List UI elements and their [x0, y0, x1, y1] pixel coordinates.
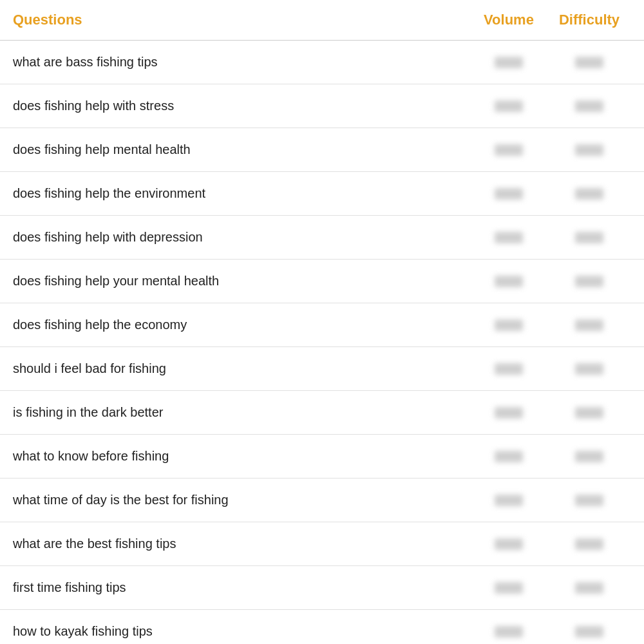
volume-value: [495, 626, 523, 638]
row-question: is fishing in the dark better: [13, 405, 470, 420]
row-volume: [470, 538, 547, 550]
row-difficulty: [547, 538, 631, 550]
row-difficulty: [547, 582, 631, 594]
difficulty-value: [575, 276, 603, 287]
row-volume: [470, 582, 547, 594]
row-difficulty: [547, 276, 631, 287]
difficulty-value: [575, 538, 603, 550]
row-volume: [470, 144, 547, 156]
table-row: first time fishing tips: [0, 566, 644, 610]
difficulty-value: [575, 144, 603, 156]
row-volume: [470, 57, 547, 68]
header-difficulty: Difficulty: [547, 12, 631, 28]
volume-value: [495, 495, 523, 506]
difficulty-value: [575, 100, 603, 112]
row-volume: [470, 188, 547, 200]
volume-value: [495, 582, 523, 594]
volume-value: [495, 363, 523, 375]
volume-value: [495, 538, 523, 550]
difficulty-value: [575, 582, 603, 594]
volume-value: [495, 188, 523, 200]
row-difficulty: [547, 144, 631, 156]
table-row: does fishing help the environment: [0, 172, 644, 216]
table-row: does fishing help mental health: [0, 128, 644, 172]
row-volume: [470, 451, 547, 462]
row-volume: [470, 276, 547, 287]
row-volume: [470, 232, 547, 243]
table-body: what are bass fishing tips does fishing …: [0, 41, 644, 644]
table-row: does fishing help your mental health: [0, 260, 644, 303]
row-difficulty: [547, 626, 631, 638]
row-question: should i feel bad for fishing: [13, 361, 470, 376]
difficulty-value: [575, 319, 603, 331]
row-volume: [470, 319, 547, 331]
table-row: is fishing in the dark better: [0, 391, 644, 435]
header-questions: Questions: [13, 12, 470, 28]
row-question: does fishing help your mental health: [13, 274, 470, 289]
table-row: what time of day is the best for fishing: [0, 478, 644, 522]
row-question: what time of day is the best for fishing: [13, 493, 470, 507]
table-row: does fishing help with stress: [0, 84, 644, 128]
difficulty-value: [575, 495, 603, 506]
questions-table: Questions Volume Difficulty what are bas…: [0, 0, 644, 644]
difficulty-value: [575, 407, 603, 419]
volume-value: [495, 57, 523, 68]
row-question: does fishing help the environment: [13, 186, 470, 201]
table-row: should i feel bad for fishing: [0, 347, 644, 391]
row-volume: [470, 626, 547, 638]
row-volume: [470, 100, 547, 112]
row-difficulty: [547, 319, 631, 331]
difficulty-value: [575, 451, 603, 462]
row-volume: [470, 407, 547, 419]
difficulty-value: [575, 232, 603, 243]
difficulty-value: [575, 626, 603, 638]
row-question: does fishing help mental health: [13, 142, 470, 157]
difficulty-value: [575, 363, 603, 375]
row-question: what are the best fishing tips: [13, 536, 470, 551]
row-difficulty: [547, 495, 631, 506]
volume-value: [495, 276, 523, 287]
row-question: what are bass fishing tips: [13, 55, 470, 70]
row-question: what to know before fishing: [13, 449, 470, 464]
row-volume: [470, 363, 547, 375]
table-row: what to know before fishing: [0, 435, 644, 478]
table-row: does fishing help the economy: [0, 303, 644, 347]
table-row: what are the best fishing tips: [0, 522, 644, 566]
volume-value: [495, 100, 523, 112]
row-difficulty: [547, 188, 631, 200]
row-difficulty: [547, 451, 631, 462]
row-difficulty: [547, 100, 631, 112]
volume-value: [495, 451, 523, 462]
table-row: how to kayak fishing tips: [0, 610, 644, 644]
volume-value: [495, 319, 523, 331]
volume-value: [495, 144, 523, 156]
row-difficulty: [547, 407, 631, 419]
difficulty-value: [575, 188, 603, 200]
header-volume: Volume: [470, 12, 547, 28]
row-question: does fishing help with stress: [13, 99, 470, 113]
table-header: Questions Volume Difficulty: [0, 0, 644, 41]
row-difficulty: [547, 363, 631, 375]
row-question: does fishing help with depression: [13, 230, 470, 245]
volume-value: [495, 407, 523, 419]
row-question: does fishing help the economy: [13, 317, 470, 332]
row-volume: [470, 495, 547, 506]
table-row: what are bass fishing tips: [0, 41, 644, 84]
row-question: how to kayak fishing tips: [13, 624, 470, 639]
table-row: does fishing help with depression: [0, 216, 644, 260]
row-question: first time fishing tips: [13, 580, 470, 595]
difficulty-value: [575, 57, 603, 68]
row-difficulty: [547, 232, 631, 243]
volume-value: [495, 232, 523, 243]
row-difficulty: [547, 57, 631, 68]
